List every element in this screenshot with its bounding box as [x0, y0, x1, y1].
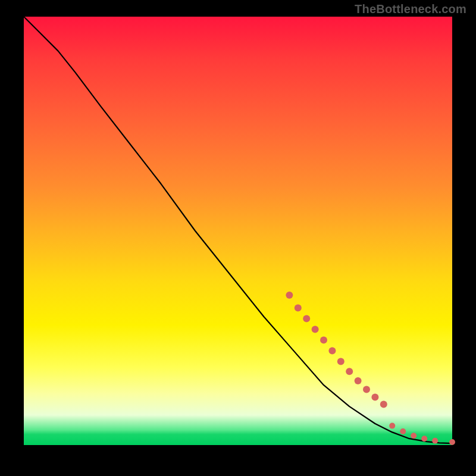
data-point: [355, 377, 362, 384]
plot-svg: [24, 17, 452, 445]
data-point: [380, 401, 387, 408]
data-point: [312, 326, 319, 333]
data-point: [337, 358, 345, 365]
data-point: [449, 439, 455, 445]
data-point: [432, 438, 438, 444]
plot-area: [24, 17, 452, 445]
data-point: [411, 433, 416, 439]
data-point: [320, 337, 327, 344]
data-point: [363, 386, 370, 393]
chart-frame: TheBottleneck.com: [0, 0, 476, 476]
data-point: [400, 428, 406, 434]
data-point: [371, 393, 378, 400]
bottleneck-curve: [24, 17, 452, 443]
data-point: [286, 292, 293, 299]
watermark-text: TheBottleneck.com: [355, 2, 466, 16]
data-point: [346, 368, 353, 375]
scatter-layer: [286, 292, 455, 445]
data-point: [421, 436, 427, 441]
data-point: [303, 315, 310, 322]
data-point: [295, 305, 302, 312]
data-point: [328, 347, 336, 355]
data-point: [389, 423, 395, 429]
